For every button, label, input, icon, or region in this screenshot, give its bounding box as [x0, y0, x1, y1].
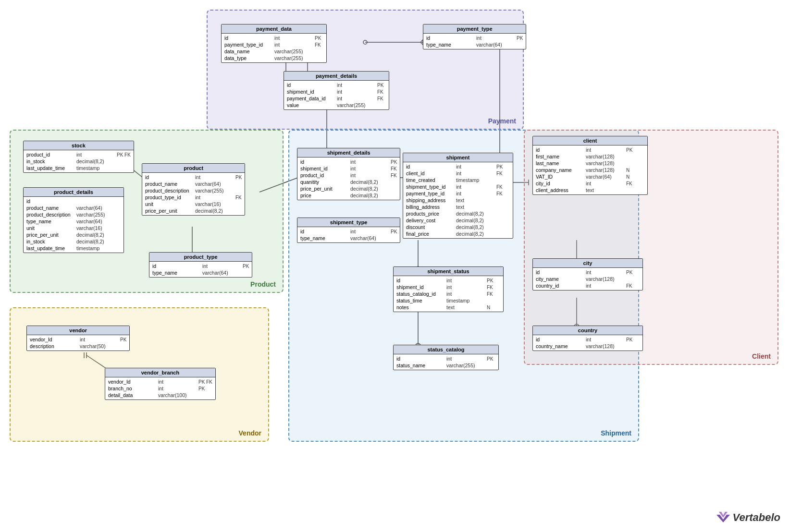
group-product-label: Product	[250, 280, 276, 288]
table-row: payment_type_idintFK	[403, 190, 513, 197]
table-row: products_pricedecimal(8,2)	[403, 210, 513, 217]
table-row: product_namevarchar(64)	[24, 205, 123, 211]
table-payment-type[interactable]: payment_type idintPK type_namevarchar(64…	[423, 24, 526, 49]
table-shipment-status[interactable]: shipment_status idintPK shipment_idintFK…	[393, 266, 504, 312]
table-row: delivery_costdecimal(8,2)	[403, 217, 513, 224]
table-row: status_timetimestamp	[394, 297, 503, 304]
table-payment-data[interactable]: payment_data idintPK payment_type_idintF…	[221, 24, 327, 63]
table-row: product_type_idintFK	[142, 194, 245, 201]
table-row: billing_addresstext	[403, 204, 513, 210]
table-row: idintPK	[533, 336, 642, 343]
vertabelo-logo-icon	[716, 511, 730, 524]
table-shipment-header: shipment	[403, 153, 513, 162]
table-row: payment_type_idintFK	[222, 41, 326, 48]
table-row: VAT_IDvarchar(64)N	[533, 173, 647, 180]
table-row: shipment_idintFK	[284, 88, 389, 95]
table-row: valuevarchar(255)	[284, 102, 389, 109]
table-row: last_update_timetimestamp	[24, 245, 123, 252]
table-row: payment_data_idintFK	[284, 95, 389, 102]
table-shipment[interactable]: shipment idintPK client_idintFK time_cre…	[403, 153, 513, 239]
table-row: final_pricedecimal(8,2)	[403, 230, 513, 237]
table-row: unitvarchar(16)	[142, 201, 245, 207]
table-row: city_namevarchar(128)	[533, 276, 642, 282]
table-status-catalog-header: status_catalog	[394, 345, 498, 354]
table-payment-data-header: payment_data	[222, 24, 326, 34]
table-stock[interactable]: stock product_idintPK FK in_stockdecimal…	[23, 141, 134, 173]
table-row: idintPK	[533, 269, 642, 276]
table-row: first_namevarchar(128)	[533, 153, 647, 160]
table-row: idintPK	[297, 228, 400, 235]
group-client-label: Client	[752, 352, 771, 360]
table-row: last_namevarchar(128)	[533, 160, 647, 167]
table-row: country_idintFK	[533, 282, 642, 289]
group-vendor-label: Vendor	[239, 429, 261, 437]
table-row: client_idintFK	[403, 170, 513, 177]
table-row: id	[24, 198, 123, 205]
table-row: type_namevarchar(64)	[24, 218, 123, 225]
table-country-header: country	[533, 326, 642, 335]
vertabelo-logo: Vertabelo	[716, 511, 780, 524]
table-product-details[interactable]: product_details id product_namevarchar(6…	[23, 187, 124, 253]
table-row: type_namevarchar(64)	[423, 41, 526, 48]
table-row: shipment_idintFK	[394, 284, 503, 290]
table-shipment-details[interactable]: shipment_details idintPK shipment_idintF…	[297, 148, 400, 200]
table-client[interactable]: client idintPK first_namevarchar(128) la…	[532, 136, 648, 195]
table-payment-type-header: payment_type	[423, 24, 526, 34]
table-row: idintPK	[533, 146, 647, 153]
table-stock-header: stock	[24, 141, 134, 150]
table-row: idintPK	[423, 35, 526, 41]
table-row: vendor_IdintPK FK	[105, 378, 215, 385]
table-payment-details[interactable]: payment_details idintPK shipment_idintFK…	[284, 71, 389, 110]
table-row: idintPK	[284, 82, 389, 88]
table-row: in_stockdecimal(8,2)	[24, 238, 123, 245]
table-row: price_per_unitdecimal(8,2)	[24, 231, 123, 238]
table-row: idintPK	[403, 163, 513, 170]
table-product-header: product	[142, 164, 245, 173]
table-client-header: client	[533, 136, 647, 145]
table-shipment-status-header: shipment_status	[394, 267, 503, 276]
table-product-details-header: product_details	[24, 188, 123, 197]
table-row: shipment_type_idintFK	[403, 183, 513, 190]
group-shipment-label: Shipment	[601, 429, 631, 437]
table-row: descriptionvarchar(50)	[27, 343, 129, 350]
table-row: idintPK	[149, 263, 252, 269]
table-row: status_namevarchar(255)	[394, 362, 498, 369]
table-row: company_namevarchar(128)N	[533, 167, 647, 173]
table-row: city_idintFK	[533, 180, 647, 187]
table-row: data_namevarchar(255)	[222, 48, 326, 55]
table-product-type[interactable]: product_type idintPK type_namevarchar(64…	[149, 252, 252, 278]
table-row: idintPK	[394, 277, 503, 284]
table-row: status_catalog_idintFK	[394, 290, 503, 297]
table-vendor-header: vendor	[27, 326, 129, 335]
table-vendor-branch[interactable]: vendor_branch vendor_IdintPK FK branch_n…	[105, 368, 216, 400]
table-row: quanititydecimal(8,2)	[297, 179, 400, 185]
table-row: shipment_idintFK	[297, 165, 400, 172]
table-row: notestextN	[394, 304, 503, 311]
diagram-area: Payment Product Shipment Client Vendor p…	[0, 0, 790, 532]
table-vendor[interactable]: vendor vendor_IdintPK descriptionvarchar…	[26, 326, 130, 351]
table-row: price_per_unitdecimal(8,2)	[142, 207, 245, 214]
table-row: last_update_timetimestamp	[24, 165, 134, 171]
table-row: product_idintPK FK	[24, 151, 134, 158]
table-row: pricedecimal(8,2)	[297, 192, 400, 199]
table-row: detail_datavarchar(100)	[105, 392, 215, 399]
table-row: product_idintFK	[297, 172, 400, 179]
table-row: type_namevarchar(64)	[149, 269, 252, 276]
table-shipment-type[interactable]: shipment_type idintPK type_namevarchar(6…	[297, 218, 400, 243]
table-country[interactable]: country idintPK country_namevarchar(128)	[532, 326, 643, 351]
table-row: idintPK	[142, 174, 245, 181]
table-row: type_namevarchar(64)	[297, 235, 400, 242]
table-vendor-branch-header: vendor_branch	[105, 368, 215, 377]
table-city[interactable]: city idintPK city_namevarchar(128) count…	[532, 258, 643, 290]
table-status-catalog[interactable]: status_catalog idintPK status_namevarcha…	[393, 345, 499, 370]
vertabelo-logo-text: Vertabelo	[733, 511, 780, 524]
table-row: idintPK	[222, 35, 326, 41]
table-product[interactable]: product idintPK product_namevarchar(64) …	[142, 163, 245, 216]
table-payment-details-header: payment_details	[284, 72, 389, 81]
table-row: product_namevarchar(64)	[142, 181, 245, 187]
table-row: client_addresstext	[533, 187, 647, 193]
table-row: vendor_IdintPK	[27, 336, 129, 343]
group-payment-label: Payment	[488, 117, 516, 125]
table-row: discountdecimal(8,2)	[403, 224, 513, 230]
table-shipment-details-header: shipment_details	[297, 148, 400, 157]
